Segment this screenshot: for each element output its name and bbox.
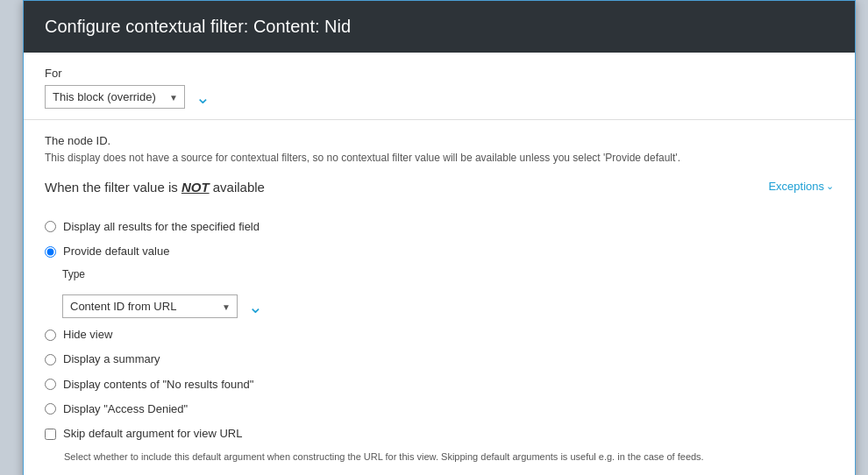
exceptions-button[interactable]: Exceptions ⌄ xyxy=(768,180,834,193)
type-chevron-down-icon[interactable]: ⌄ xyxy=(248,296,263,317)
modal-title: Configure contextual filter: Content: Ni… xyxy=(45,17,351,36)
option-access-denied: Display "Access Denied" xyxy=(45,401,834,417)
label-no-results: Display contents of "No results found" xyxy=(63,377,253,393)
node-id-text: The node ID. xyxy=(45,134,834,147)
modal-header: Configure contextual filter: Content: Ni… xyxy=(24,1,855,53)
section-title: When the filter value is NOT available xyxy=(45,180,834,195)
exceptions-chevron-icon: ⌄ xyxy=(826,181,834,192)
type-select-wrapper: Content ID from URL Fixed PHP Code Raw v… xyxy=(62,294,238,318)
for-chevron-down-icon[interactable]: ⌄ xyxy=(196,87,210,108)
label-access-denied: Display "Access Denied" xyxy=(63,401,188,417)
skip-hint: Select whether to include this default a… xyxy=(64,450,834,464)
type-subsection: Type Content ID from URL Fixed PHP Code … xyxy=(62,268,834,318)
for-row: This block (override) All displays This … xyxy=(45,85,834,109)
when-not-available-header: Exceptions ⌄ When the filter value is NO… xyxy=(45,180,834,207)
option-no-results: Display contents of "No results found" xyxy=(45,377,834,393)
radio-display-summary[interactable] xyxy=(45,354,56,365)
for-select-wrapper: This block (override) All displays This … xyxy=(45,85,185,109)
exceptions-label: Exceptions xyxy=(768,180,824,193)
type-label: Type xyxy=(62,268,85,280)
type-select[interactable]: Content ID from URL Fixed PHP Code Raw v… xyxy=(62,294,238,318)
radio-hide-view[interactable] xyxy=(45,330,56,341)
available-label: available xyxy=(213,180,265,195)
label-skip-default: Skip default argument for view URL xyxy=(63,426,242,442)
configure-filter-modal: Configure contextual filter: Content: Ni… xyxy=(23,0,856,475)
for-label: For xyxy=(45,67,834,80)
type-row: Content ID from URL Fixed PHP Code Raw v… xyxy=(62,294,263,318)
for-section: For This block (override) All displays T… xyxy=(24,53,855,120)
label-provide-default: Provide default value xyxy=(63,244,169,259)
label-hide-view: Hide view xyxy=(63,327,112,343)
checkbox-skip-default[interactable] xyxy=(45,429,56,440)
option-provide-default: Provide default value xyxy=(45,244,834,259)
option-hide-view: Hide view xyxy=(45,327,834,343)
option-display-summary: Display a summary xyxy=(45,351,834,367)
when-label: When the filter value is xyxy=(45,180,181,195)
label-display-all: Display all results for the specified fi… xyxy=(63,219,260,235)
option-display-all: Display all results for the specified fi… xyxy=(45,219,834,235)
for-select[interactable]: This block (override) All displays This … xyxy=(45,85,185,109)
radio-display-all[interactable] xyxy=(45,221,56,232)
radio-access-denied[interactable] xyxy=(45,403,56,415)
not-label: NOT xyxy=(181,180,210,195)
radio-provide-default[interactable] xyxy=(45,246,56,258)
info-text: This display does not have a source for … xyxy=(45,151,834,166)
modal-body: The node ID. This display does not have … xyxy=(24,120,855,475)
radio-no-results[interactable] xyxy=(45,379,56,390)
option-skip-default: Skip default argument for view URL xyxy=(45,426,834,442)
label-display-summary: Display a summary xyxy=(63,351,160,367)
